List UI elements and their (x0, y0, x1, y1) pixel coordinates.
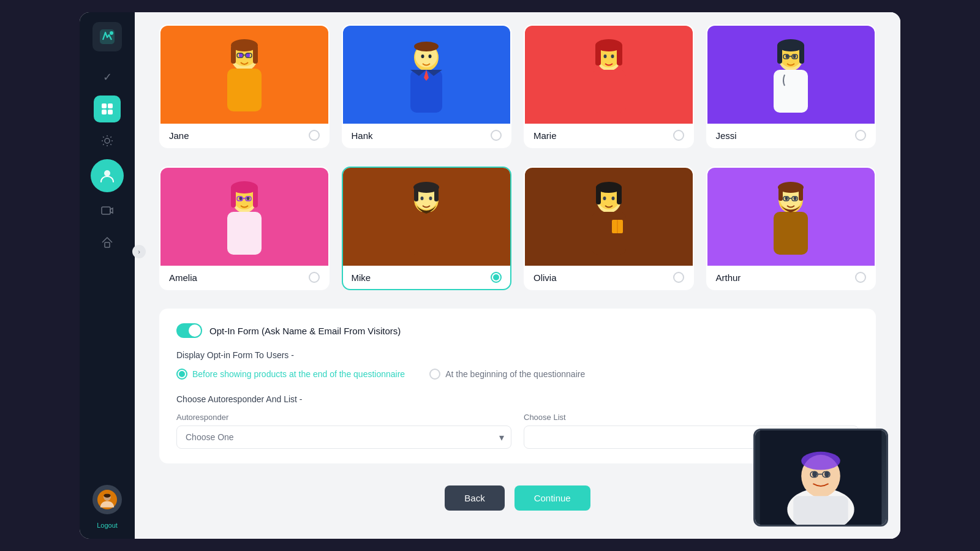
continue-button[interactable]: Continue (514, 485, 590, 511)
svg-rect-38 (595, 44, 601, 66)
svg-point-6 (105, 138, 110, 143)
radio-text-before: Before showing products at the end of th… (192, 369, 405, 379)
avatar-card-jane[interactable]: Jane (159, 24, 330, 148)
svg-point-13 (104, 493, 110, 497)
svg-rect-90 (799, 186, 803, 201)
avatar-radio-marie[interactable] (673, 130, 684, 141)
svg-rect-56 (237, 197, 243, 201)
svg-rect-60 (231, 186, 236, 208)
optin-label: Opt-In Form (Ask Name & Email From Visit… (209, 326, 401, 336)
svg-rect-81 (774, 212, 808, 255)
radio-text-beginning: At the beginning of the questionnaire (445, 369, 585, 379)
avatar-radio-olivia[interactable] (673, 272, 684, 283)
avatar-card-mike[interactable]: Mike (342, 167, 512, 290)
avatar-card-amelia[interactable]: Amelia (159, 167, 330, 290)
svg-point-28 (421, 54, 424, 58)
avatar-card-jessi[interactable]: Jessi (706, 24, 876, 148)
svg-rect-79 (617, 186, 622, 204)
svg-point-73 (603, 197, 606, 200)
svg-point-44 (793, 54, 796, 58)
sidebar-collapse-arrow[interactable]: › (132, 245, 146, 258)
svg-rect-50 (799, 44, 804, 64)
svg-rect-15 (227, 69, 262, 111)
svg-rect-97 (793, 496, 848, 525)
svg-rect-39 (617, 44, 622, 66)
svg-point-94 (801, 452, 840, 470)
avatar-name-hank: Hank (352, 130, 373, 141)
toggle-knob (189, 324, 201, 337)
avatar-radio-jane[interactable] (309, 130, 320, 141)
radio-options: Before showing products at the end of th… (176, 369, 859, 380)
back-button[interactable]: Back (445, 485, 504, 511)
avatar-radio-mike[interactable] (491, 272, 502, 283)
sidebar-item-avatar[interactable] (91, 159, 124, 192)
svg-rect-3 (108, 103, 113, 108)
avatar-radio-hank[interactable] (491, 130, 502, 141)
autoresponder-select-wrapper: Choose One (176, 425, 511, 449)
svg-point-7 (104, 170, 110, 176)
svg-point-36 (611, 54, 614, 58)
avatar-card-hank[interactable]: Hank (342, 24, 512, 148)
svg-point-74 (611, 197, 614, 200)
sidebar-item-grid[interactable] (94, 96, 121, 122)
svg-rect-41 (774, 70, 808, 113)
svg-point-1 (110, 31, 113, 35)
avatar-grid-row1: Jane (159, 24, 876, 148)
svg-point-66 (429, 197, 432, 200)
svg-rect-69 (434, 186, 439, 201)
svg-point-65 (421, 197, 424, 200)
avatar-card-olivia[interactable]: Olivia (524, 167, 694, 290)
avatar-card-marie[interactable]: Marie (524, 24, 694, 148)
svg-rect-89 (778, 186, 783, 201)
avatar-name-amelia: Amelia (169, 272, 197, 283)
radio-option-before[interactable]: Before showing products at the end of th… (176, 369, 405, 380)
avatar-radio-jessi[interactable] (855, 130, 866, 141)
optin-toggle[interactable] (176, 323, 202, 338)
svg-rect-52 (227, 212, 262, 255)
avatar-grid-row2: Amelia (159, 167, 876, 290)
sidebar-item-video[interactable] (94, 197, 121, 224)
svg-rect-23 (231, 45, 236, 64)
svg-point-29 (429, 54, 432, 58)
svg-rect-5 (108, 110, 113, 114)
autoresponder-title: Choose Autoresponder And List - (176, 394, 859, 404)
svg-rect-68 (414, 186, 418, 201)
svg-rect-24 (253, 45, 258, 64)
svg-rect-9 (105, 242, 110, 247)
avatar-name-jessi: Jessi (716, 130, 737, 141)
autoresponder-label: Autoresponder (176, 413, 511, 422)
list-label: Choose List (524, 413, 859, 422)
avatar-name-marie: Marie (533, 130, 557, 141)
avatar-name-jane: Jane (169, 130, 189, 141)
sidebar-item-check[interactable]: ✓ (94, 64, 121, 91)
autoresponder-group: Autoresponder Choose One (176, 413, 511, 449)
svg-point-35 (603, 54, 606, 58)
radio-option-beginning[interactable]: At the beginning of the questionnaire (429, 369, 585, 380)
display-optin-label: Display Opt-in Form To Users - (176, 350, 859, 360)
webcam-content (755, 430, 886, 525)
avatar-radio-amelia[interactable] (309, 272, 320, 283)
svg-rect-33 (592, 70, 626, 113)
sidebar-item-home[interactable] (94, 229, 121, 256)
avatar-radio-arthur[interactable] (855, 272, 866, 283)
radio-dot-before (176, 369, 187, 380)
svg-rect-8 (102, 207, 110, 214)
app-logo[interactable] (92, 22, 122, 51)
autoresponder-select[interactable]: Choose One (176, 425, 511, 449)
svg-rect-63 (409, 212, 443, 255)
logout-button[interactable]: Logout (97, 522, 118, 529)
svg-rect-4 (102, 110, 107, 114)
webcam-overlay (753, 429, 888, 527)
user-avatar[interactable] (92, 485, 122, 514)
svg-rect-61 (253, 186, 258, 208)
avatar-card-arthur[interactable]: Arthur (706, 167, 876, 290)
avatar-name-mike: Mike (352, 272, 371, 283)
avatar-name-arthur: Arthur (716, 272, 741, 283)
svg-point-31 (414, 42, 439, 51)
svg-point-83 (785, 197, 788, 200)
sidebar: ✓ (80, 12, 135, 539)
svg-rect-49 (777, 44, 782, 64)
sidebar-item-settings[interactable] (94, 127, 121, 154)
svg-rect-57 (246, 197, 251, 201)
svg-rect-2 (102, 103, 107, 108)
